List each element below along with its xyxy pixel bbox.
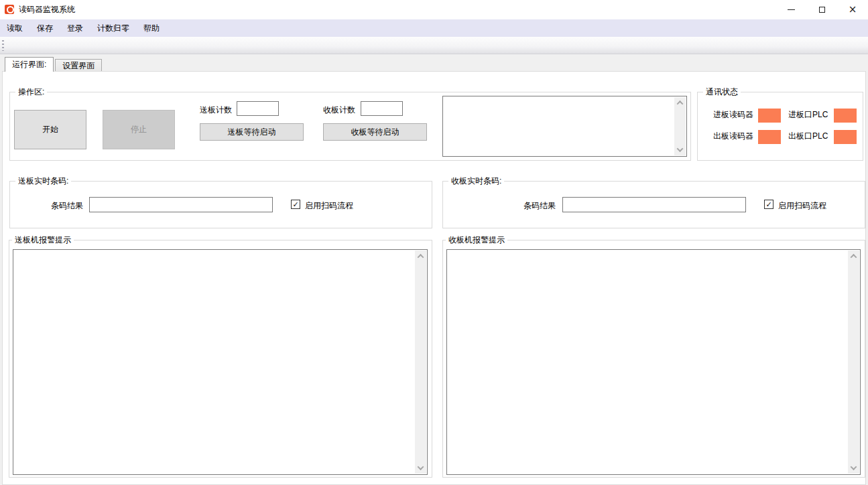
title-bar: 读码器监视系统 × xyxy=(0,0,868,19)
checkmark-icon: ✓ xyxy=(292,201,298,208)
receive-barcode-result-input[interactable] xyxy=(562,197,746,212)
receive-alarm-group: 收板机报警提示 xyxy=(442,240,865,478)
scroll-down-icon[interactable] xyxy=(674,144,686,155)
receive-barcode-result-label: 条码结果 xyxy=(523,201,556,210)
minimize-button[interactable] xyxy=(776,0,806,19)
receive-alarm-box[interactable] xyxy=(446,249,861,475)
stop-button[interactable]: 停止 xyxy=(103,110,175,149)
menu-item-reset-count[interactable]: 计数归零 xyxy=(97,19,129,37)
close-button[interactable]: × xyxy=(837,0,868,19)
tab-strip: 运行界面: 设置界面 xyxy=(5,57,103,72)
receive-scan-enable-label: 启用扫码流程 xyxy=(778,201,826,210)
tab-settings-view[interactable]: 设置界面 xyxy=(55,59,102,72)
send-count-input[interactable] xyxy=(237,101,279,116)
receive-alarm-title: 收板机报警提示 xyxy=(446,235,507,245)
inboard-plc-status-indicator xyxy=(834,109,857,123)
send-barcode-result-label: 条码结果 xyxy=(51,201,83,210)
minimize-icon xyxy=(788,9,795,10)
menu-item-save[interactable]: 保存 xyxy=(37,19,53,37)
toolstrip-grip-icon[interactable] xyxy=(2,40,4,51)
scroll-up-icon[interactable] xyxy=(848,251,859,262)
window-title: 读码器监视系统 xyxy=(19,0,75,19)
receive-count-label: 收板计数 xyxy=(323,105,355,115)
receive-wait-start-button[interactable]: 收板等待启动 xyxy=(323,123,427,141)
tab-run-view[interactable]: 运行界面: xyxy=(5,57,54,72)
inboard-plc-label: 进板口PLC xyxy=(788,110,828,119)
caption-buttons: × xyxy=(776,0,868,19)
menu-bar: 读取 保存 登录 计数归零 帮助 xyxy=(0,19,868,37)
app-window: 读码器监视系统 × 读取 保存 登录 计数归零 帮助 运行界面: 设置界面 操作… xyxy=(0,0,868,485)
send-wait-start-button[interactable]: 送板等待启动 xyxy=(200,123,304,141)
inboard-reader-label: 进板读码器 xyxy=(713,110,753,119)
operation-log-box[interactable] xyxy=(442,96,687,157)
operation-area-group: 操作区: 开始 停止 送板计数 送板等待启动 收板计数 收板等待启动 xyxy=(9,92,691,161)
maximize-button[interactable] xyxy=(806,0,837,19)
outboard-plc-label: 出板口PLC xyxy=(788,131,828,141)
menu-item-login[interactable]: 登录 xyxy=(67,19,83,37)
send-alarm-title: 送板机报警提示 xyxy=(12,235,74,245)
checkmark-icon: ✓ xyxy=(765,201,771,208)
scroll-down-icon[interactable] xyxy=(848,462,859,474)
tool-strip xyxy=(0,37,868,54)
inboard-reader-status-indicator xyxy=(758,109,781,123)
outboard-reader-label: 出板读码器 xyxy=(713,131,753,141)
receive-count-input[interactable] xyxy=(361,101,403,116)
maximize-icon xyxy=(819,7,825,13)
close-icon: × xyxy=(849,5,857,15)
send-alarm-box[interactable] xyxy=(13,249,428,475)
receive-scan-enable-checkbox[interactable]: ✓ xyxy=(764,200,773,209)
operation-area-title: 操作区: xyxy=(15,87,47,97)
send-barcode-result-input[interactable] xyxy=(89,197,273,212)
send-barcode-group: 送板实时条码: 条码结果 ✓ 启用扫码流程 xyxy=(9,181,432,228)
send-alarm-scrollbar[interactable] xyxy=(415,251,426,474)
send-scan-enable-checkbox[interactable]: ✓ xyxy=(291,200,300,209)
scroll-up-icon[interactable] xyxy=(674,97,686,109)
operation-log-scrollbar[interactable] xyxy=(674,97,686,155)
receive-alarm-scrollbar[interactable] xyxy=(848,251,859,474)
menu-item-read[interactable]: 读取 xyxy=(7,19,23,37)
receive-barcode-title: 收板实时条码: xyxy=(448,176,504,186)
comm-status-group: 通讯状态 进板读码器 进板口PLC 出板读码器 出板口PLC xyxy=(697,92,863,161)
outboard-reader-status-indicator xyxy=(758,130,781,144)
send-scan-enable-label: 启用扫码流程 xyxy=(305,201,353,210)
comm-status-title: 通讯状态 xyxy=(703,87,741,97)
menu-item-help[interactable]: 帮助 xyxy=(143,19,160,37)
receive-barcode-group: 收板实时条码: 条码结果 ✓ 启用扫码流程 xyxy=(442,181,865,228)
send-count-label: 送板计数 xyxy=(200,105,232,115)
app-icon xyxy=(5,5,14,14)
outboard-plc-status-indicator xyxy=(834,130,857,144)
start-button[interactable]: 开始 xyxy=(14,110,86,149)
send-alarm-group: 送板机报警提示 xyxy=(9,240,432,478)
scroll-up-icon[interactable] xyxy=(415,251,426,262)
send-barcode-title: 送板实时条码: xyxy=(15,176,71,186)
scroll-down-icon[interactable] xyxy=(415,462,426,474)
